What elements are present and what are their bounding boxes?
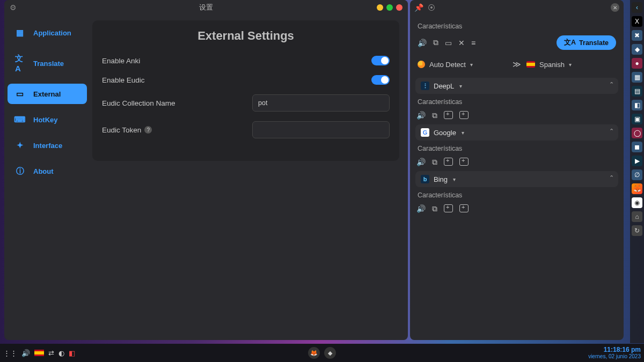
task-icon[interactable]: ◐ (58, 349, 64, 357)
broadcast-icon[interactable]: ⦿ (428, 3, 435, 12)
dock-icon[interactable]: ● (632, 58, 642, 69)
close-button[interactable] (396, 4, 402, 11)
taskbar-clock[interactable]: 11:18:16 pm viernes, 02 junio 2023 (588, 346, 641, 359)
sidebar-item-translate[interactable]: 文A Translate (8, 48, 87, 78)
dock-icon[interactable]: ⌂ (632, 211, 642, 222)
add-collection-icon[interactable] (444, 204, 453, 212)
keyboard-lang-es[interactable] (34, 350, 44, 356)
speaker-icon[interactable]: 🔊 (416, 204, 426, 213)
enable-anki-toggle[interactable] (371, 56, 390, 65)
sidebar-item-about[interactable]: ⓘ About (8, 161, 87, 182)
enable-anki-label: Enable Anki (102, 57, 252, 65)
settings-title: 设置 (199, 3, 213, 12)
dock-icon[interactable]: ‹ (632, 2, 642, 13)
translate-button-label: Translate (579, 39, 609, 47)
translate-titlebar: 📌 ⦿ ✕ (410, 0, 624, 15)
close-icon[interactable]: ✕ (611, 3, 619, 12)
service-toggle-deepl[interactable]: ⋮ DeepL ▾ (421, 82, 613, 90)
translate-icon: 文A (15, 54, 25, 73)
dock-icon[interactable]: ◯ (632, 128, 642, 138)
target-lang-select[interactable]: Spanish ▾ (526, 61, 616, 69)
copy-icon[interactable]: ⧉ (432, 158, 437, 167)
external-settings-panel: External Settings Enable Anki Enable Eud… (92, 20, 399, 161)
clipboard-icon[interactable]: ▭ (445, 39, 452, 47)
menu-icon[interactable]: ⋮⋮ (3, 349, 17, 357)
sidebar-item-label: Interface (33, 142, 62, 150)
service-name: DeepL (434, 82, 454, 90)
maximize-button[interactable] (386, 4, 393, 11)
dock-icon[interactable]: ▣ (632, 114, 642, 124)
swap-icon[interactable]: ≫ (513, 60, 521, 69)
dock-icon[interactable]: ◼ (632, 142, 642, 152)
language-bar: Auto Detect ▾ ≫ Spanish ▾ (415, 55, 618, 73)
sidebar-item-application[interactable]: ▦ Application (8, 23, 87, 43)
service-toggle-google[interactable]: G Google ▾ (421, 128, 613, 137)
dock-icon[interactable]: ▦ (632, 72, 642, 83)
taskbar-app[interactable]: ◆ (324, 347, 336, 359)
bing-result-toolbar: 🔊 ⧉ (415, 202, 618, 213)
source-text: Características (418, 23, 618, 30)
reorder-icon[interactable]: ≡ (471, 39, 475, 47)
taskbar-app[interactable]: 🦊 (308, 347, 320, 359)
globe-icon (418, 61, 425, 68)
collapse-icon[interactable]: ⌃ (609, 128, 614, 135)
sidebar-item-label: Application (33, 29, 71, 37)
deepl-icon: ⋮ (421, 82, 429, 90)
chevron-down-icon: ▾ (569, 62, 572, 68)
translate-body: Características 🔊 ⧉ ▭ ✕ ≡ 文A Translate A… (410, 15, 624, 340)
task-icon[interactable]: ◧ (69, 349, 75, 357)
add-collection-icon[interactable] (459, 111, 469, 119)
collapse-icon[interactable]: ⌃ (609, 81, 614, 88)
dock-icon[interactable]: X (632, 16, 642, 27)
sidebar-item-interface[interactable]: ✦ Interface (8, 135, 87, 156)
dock-icon[interactable]: ↻ (632, 225, 642, 236)
add-collection-icon[interactable] (444, 111, 453, 119)
pin-icon[interactable]: 📌 (414, 3, 423, 12)
chrome-icon[interactable]: ◉ (632, 197, 642, 208)
source-toolbar: 🔊 ⧉ ▭ ✕ ≡ 文A Translate (415, 33, 618, 52)
add-collection-icon[interactable] (459, 158, 469, 166)
network-icon[interactable]: ⇄ (48, 349, 54, 357)
dock-icon[interactable]: ∅ (632, 169, 642, 180)
dock-icon[interactable]: ▤ (632, 86, 642, 97)
add-collection-icon[interactable] (459, 204, 469, 212)
speaker-icon[interactable]: 🔊 (416, 158, 426, 167)
translate-button[interactable]: 文A Translate (557, 35, 616, 50)
dock-icon[interactable]: ◆ (632, 44, 642, 55)
service-toggle-bing[interactable]: b Bing ▾ (421, 175, 613, 183)
sidebar-item-label: HotKey (33, 116, 58, 124)
sidebar-item-external[interactable]: ▭ External (8, 84, 87, 104)
copy-icon[interactable]: ⧉ (432, 204, 437, 213)
minimize-button[interactable] (377, 4, 383, 11)
settings-window: ⚙ 设置 ▦ Application 文A Translate ▭ Extern… (4, 0, 408, 340)
eudic-token-label: Eudic Token ? (102, 126, 252, 134)
sidebar-item-label: Translate (33, 60, 64, 68)
clear-icon[interactable]: ✕ (458, 39, 465, 47)
eudic-collection-input[interactable] (252, 94, 390, 112)
add-collection-icon[interactable] (444, 158, 453, 166)
eudic-token-input[interactable] (252, 121, 390, 138)
sidebar-item-label: External (33, 90, 61, 98)
volume-icon[interactable]: 🔊 (21, 349, 30, 357)
help-icon[interactable]: ? (144, 126, 152, 134)
grid-icon: ▦ (15, 28, 25, 38)
info-icon: ⓘ (15, 166, 25, 176)
chevron-down-icon: ▾ (470, 62, 473, 68)
eudic-token-label-text: Eudic Token (102, 126, 141, 134)
firefox-icon[interactable]: 🦊 (632, 183, 642, 194)
dock-icon[interactable]: ▶ (632, 156, 642, 166)
dock-icon[interactable]: ✖ (632, 30, 642, 41)
taskbar-left: ⋮⋮ 🔊 ⇄ ◐ ◧ (3, 349, 75, 357)
copy-icon[interactable]: ⧉ (432, 111, 437, 120)
bing-result: Características (418, 191, 618, 199)
source-lang-select[interactable]: Auto Detect ▾ (418, 61, 507, 69)
copy-icon[interactable]: ⧉ (433, 38, 438, 47)
sidebar-item-hotkey[interactable]: ⌨ HotKey (8, 109, 87, 130)
speaker-icon[interactable]: 🔊 (416, 111, 426, 120)
speaker-icon[interactable]: 🔊 (418, 39, 427, 47)
dock-icon[interactable]: ◧ (632, 100, 642, 110)
clock-date: viernes, 02 junio 2023 (588, 353, 641, 359)
collapse-icon[interactable]: ⌃ (609, 174, 614, 181)
enable-eudic-toggle[interactable] (371, 75, 390, 85)
chevron-down-icon: ▾ (462, 130, 464, 136)
